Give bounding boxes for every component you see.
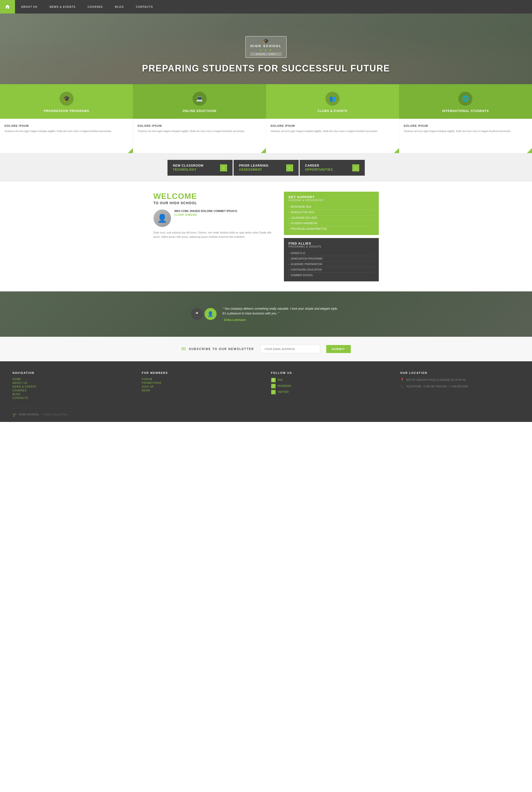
feature-icon-2: 👥 xyxy=(325,92,340,106)
feature-box-top-1: 💻 ONLINE EDUCTAION xyxy=(133,84,266,119)
footer-nav-news[interactable]: NEWS & EVENTS xyxy=(13,385,132,388)
allies-link-4[interactable]: ›SUMMER SCHOOL xyxy=(288,273,374,278)
allies-link-arrow-1: › xyxy=(288,258,289,260)
welcome-section: WELCOME TO OUR HIGH SCHOOL MES CUML DIAS… xyxy=(0,182,532,291)
feature-box-top-3: 🌐 INTERNATIONAL STUDENTS xyxy=(399,84,532,119)
footer-nav-courses[interactable]: COURSES xyxy=(13,389,132,392)
promo-bar-text-0: NEW CLASSROOM TECHNOLOGY xyxy=(173,164,204,172)
nav-home-button[interactable] xyxy=(0,0,15,14)
hero-logo-title: HIGH SCHOOL xyxy=(250,44,282,48)
support-link-arrow-0: › xyxy=(288,206,289,208)
feature-icon-3: 🌐 xyxy=(458,92,472,106)
promo-bar-1[interactable]: PRIOR LEARNING ASSESSMENT › xyxy=(233,160,299,176)
home-icon xyxy=(5,4,10,10)
welcome-body-text: Dolar nunc, erat publicari tpa silit lor… xyxy=(153,231,277,239)
support-link-arrow-4: › xyxy=(288,228,289,230)
feature-icon-0: 🎓 xyxy=(60,92,74,106)
support-link-3[interactable]: ›STUDENT HANDBOOK xyxy=(288,221,374,226)
allies-link-1[interactable]: ›GRADUATION PROGRAMS xyxy=(288,256,374,262)
promo-bar-2[interactable]: CAREER OPPORTUNITIES › xyxy=(300,160,365,176)
testimonial-person-icon: 👤 xyxy=(205,308,216,320)
footer-col-navigation: NAVIGATION HOME ABOUT US NEWS & EVENTS C… xyxy=(13,371,132,400)
promo-bar-text-1: PRIOR LEARNING ASSESSMENT xyxy=(239,164,269,172)
feature-corner-1 xyxy=(261,148,266,153)
testimonial-icons: ❝ 👤 xyxy=(191,308,216,320)
footer-members-signup[interactable]: SIGN UP xyxy=(142,385,261,388)
allies-link-arrow-2: › xyxy=(288,263,289,265)
footer-social-facebook-label: FACEBOOK xyxy=(278,385,291,387)
footer-location-address: 📍 9070 ST VINCENT PLACE GLASGOW, SC 45 F… xyxy=(400,378,519,382)
promo-bars: NEW CLASSROOM TECHNOLOGY › PRIOR LEARNIN… xyxy=(0,154,532,182)
footer-members-forum[interactable]: FORUM xyxy=(142,378,261,381)
welcome-quote-name: CLARK DIMOND xyxy=(174,214,238,216)
promo-bar-main-0: NEW CLASSROOM xyxy=(173,164,204,168)
nav-link-news[interactable]: NEWS & EVENTS xyxy=(43,0,81,14)
feature-box-1[interactable]: 💻 ONLINE EDUCTAION xyxy=(133,84,266,119)
footer-nav-home[interactable]: HOME xyxy=(13,378,132,381)
feature-label-3: INTERNATIONAL STUDENTS xyxy=(442,109,489,113)
footer-social-rss[interactable]: R RSS xyxy=(271,378,390,382)
footer-bottom: 🎓 HIGH SCHOOL © 2018 | Privacy Policy xyxy=(13,408,519,417)
feature-box-3[interactable]: 🌐 INTERNATIONAL STUDENTS xyxy=(399,84,532,119)
footer-social-twitter[interactable]: t TWITTER xyxy=(271,390,390,394)
allies-link-3[interactable]: ›CONTINUING EDUCATION xyxy=(288,267,374,273)
nav-link-courses[interactable]: COURSES xyxy=(82,0,109,14)
allies-link-0[interactable]: ›GRADE 8-12 xyxy=(288,251,374,256)
welcome-left: WELCOME TO OUR HIGH SCHOOL MES CUML DIAS… xyxy=(153,192,277,281)
welcome-inner: WELCOME TO OUR HIGH SCHOOL MES CUML DIAS… xyxy=(153,192,379,281)
allies-links: ›GRADE 8-12 ›GRADUATION PROGRAMS ›ACADEM… xyxy=(288,251,374,278)
welcome-subtitle: TO OUR HIGH SCHOOL xyxy=(153,201,277,205)
promo-bar-0[interactable]: NEW CLASSROOM TECHNOLOGY › xyxy=(168,160,232,176)
feature-label-2: CLUBS & EVENTS xyxy=(318,109,347,113)
newsletter-section: ✉ SUBSCRIBE TO OUR NEWSLETTER SUBMIT xyxy=(0,337,532,361)
footer-location-phone: 📞 TELEPHONE: +1 800 987 4500 FAX: + 1 90… xyxy=(400,384,519,389)
feature-bottom-row: DOLORE IPSUM Vivamus vel eros eget magna… xyxy=(0,119,532,154)
feature-bottom-text-1: Vivamus vel eros eget magna volutpat sag… xyxy=(138,129,262,133)
footer-location-title: OUR LOCATION xyxy=(400,371,519,374)
support-link-arrow-3: › xyxy=(288,222,289,225)
footer: NAVIGATION HOME ABOUT US NEWS & EVENTS C… xyxy=(0,361,532,422)
feature-box-2[interactable]: 👥 CLUBS & EVENTS xyxy=(266,84,399,119)
feature-bottom-text-3: Vivamus vel eros eget magna volutpat sag… xyxy=(404,129,528,133)
support-box: GET SUPPORT FUNDING & RESOURCES ›BROCHUR… xyxy=(284,192,379,235)
testimonial-section: ❝ 👤 " You company delivers something rea… xyxy=(0,291,532,336)
promo-bar-sub-1: ASSESSMENT xyxy=(239,168,269,172)
feature-bottom-2: DOLORE IPSUM Vivamus vel eros eget magna… xyxy=(266,119,399,154)
support-link-arrow-2: › xyxy=(288,217,289,219)
nav-links: ABOUT US NEWS & EVENTS COURSES BLOG CONT… xyxy=(15,0,532,14)
footer-social-twitter-label: TWITTER xyxy=(278,391,289,393)
allies-title: FIND ALLIES xyxy=(288,241,374,245)
facebook-icon: f xyxy=(271,384,276,388)
feature-bottom-text-2: Vivamus vel eros eget magna volutpat sag… xyxy=(271,129,395,133)
nav-link-about[interactable]: ABOUT US xyxy=(15,0,43,14)
newsletter-email-input[interactable] xyxy=(260,345,320,353)
newsletter-label-wrap: ✉ SUBSCRIBE TO OUR NEWSLETTER xyxy=(181,346,254,352)
hero-logo-cap-icon: 🎓 xyxy=(263,38,269,44)
footer-phone-text: TELEPHONE: +1 800 987 4500 FAX: + 1 900 … xyxy=(406,384,468,389)
feature-corner-0 xyxy=(128,148,133,153)
welcome-quote-title: MES CUML DIASED DOLORE COMMET IPSUCO. xyxy=(174,209,238,213)
newsletter-submit-button[interactable]: SUBMIT xyxy=(326,345,351,353)
support-link-1[interactable]: ›NEWSLETTER 2014 xyxy=(288,210,374,215)
promo-bar-arrow-2: › xyxy=(352,164,359,171)
feature-bottom-text-0: Vivamus vel eros eget magna volutpat sag… xyxy=(4,129,129,133)
support-link-0[interactable]: ›BROCHURE 2014 xyxy=(288,204,374,210)
allies-link-arrow-0: › xyxy=(288,252,289,255)
footer-nav-blog[interactable]: BLOG xyxy=(13,393,132,395)
nav-link-blog[interactable]: BLOG xyxy=(109,0,130,14)
footer-members-promotions[interactable]: PROMOTIONS xyxy=(142,382,261,384)
allies-link-2[interactable]: ›ACADEMIC PREPARATION xyxy=(288,262,374,267)
footer-copyright[interactable]: © 2018 | Privacy Policy xyxy=(42,413,68,416)
nav-link-contacts[interactable]: CONTACTS xyxy=(130,0,159,14)
footer-nav-about[interactable]: ABOUT US xyxy=(13,382,132,384)
footer-members-news[interactable]: NEWS xyxy=(142,389,261,392)
newsletter-envelope-icon: ✉ xyxy=(181,346,186,352)
feature-box-0[interactable]: 🎓 PROGRESSIVE PROGRAMS xyxy=(0,84,133,119)
footer-nav-contacts[interactable]: CONTACTS xyxy=(13,397,132,399)
support-links: ›BROCHURE 2014 ›NEWSLETTER 2014 ›CALENDA… xyxy=(288,204,374,232)
footer-social-facebook[interactable]: f FACEBOOK xyxy=(271,384,390,388)
support-link-2[interactable]: ›CALENDAR 2014-2015 xyxy=(288,215,374,221)
feature-bottom-title-2: DOLORE IPSUM xyxy=(271,124,395,127)
allies-link-arrow-4: › xyxy=(288,274,289,277)
support-link-4[interactable]: ›PROVINCIAL EXAM PRACTICE xyxy=(288,226,374,232)
